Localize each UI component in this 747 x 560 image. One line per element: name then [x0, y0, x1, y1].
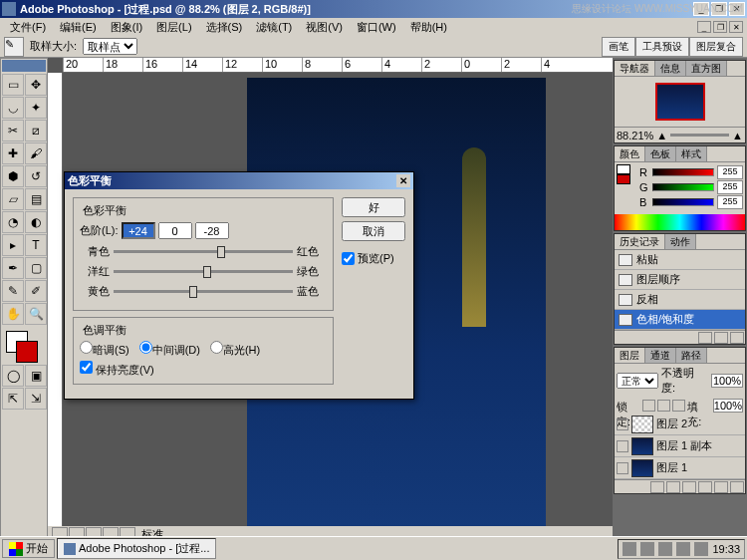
trash-icon[interactable] — [730, 332, 744, 344]
level-cyan-red-input[interactable] — [122, 222, 155, 239]
tab-color[interactable]: 颜色 — [615, 146, 645, 161]
visibility-icon[interactable] — [617, 419, 628, 430]
blur-tool[interactable]: ◔ — [2, 211, 24, 233]
layer-row[interactable]: 图层 1 副本 — [615, 435, 745, 457]
color-swatches[interactable] — [2, 329, 46, 365]
dialog-titlebar[interactable]: 色彩平衡 ✕ — [65, 172, 413, 189]
doc-close-button[interactable]: ✕ — [729, 21, 743, 33]
radio-midtones[interactable]: 中间调(D) — [139, 341, 200, 358]
palette-toolpresets-button[interactable]: 工具预设 — [635, 37, 689, 57]
background-color-swatch[interactable] — [16, 341, 38, 363]
quickmask-button[interactable]: ◯ — [2, 365, 24, 387]
vertical-ruler[interactable] — [48, 73, 63, 527]
navigator-thumbnail[interactable] — [655, 83, 705, 121]
tab-history[interactable]: 历史记录 — [615, 234, 665, 249]
taskbar-app-button[interactable]: Adobe Photoshop - [过程... — [57, 538, 216, 559]
gradient-tool[interactable]: ▤ — [25, 188, 47, 210]
palette-layercomps-button[interactable]: 图层复合 — [689, 37, 743, 57]
dialog-close-button[interactable]: ✕ — [396, 174, 410, 187]
sample-size-select[interactable]: 取样点 — [83, 38, 137, 55]
palette-brushes-button[interactable]: 画笔 — [602, 37, 635, 57]
tab-actions[interactable]: 动作 — [665, 234, 696, 249]
tab-histogram[interactable]: 直方图 — [686, 61, 727, 76]
blend-mode-select[interactable]: 正常 — [617, 373, 658, 389]
menu-file[interactable]: 文件(F) — [4, 19, 52, 36]
eraser-tool[interactable]: ▱ — [2, 188, 24, 210]
bg-swatch[interactable] — [617, 174, 630, 184]
path-tool[interactable]: ▸ — [2, 234, 24, 256]
stamp-tool[interactable]: ⬢ — [2, 165, 24, 187]
r-value[interactable]: 255 — [717, 165, 743, 179]
eyedropper-tool[interactable]: ✐ — [25, 280, 47, 302]
layer-row[interactable]: 图层 1 — [615, 457, 745, 479]
lock-position-icon[interactable] — [657, 400, 670, 412]
slider-magenta-green[interactable] — [114, 270, 293, 273]
lock-pixels-icon[interactable] — [642, 400, 655, 412]
wand-tool[interactable]: ✦ — [25, 97, 47, 119]
zoom-in-icon[interactable]: ▲ — [732, 130, 743, 141]
layer-name[interactable]: 图层 1 — [656, 460, 687, 475]
tab-styles[interactable]: 样式 — [676, 146, 707, 161]
menu-filter[interactable]: 滤镜(T) — [250, 19, 298, 36]
tab-swatches[interactable]: 色板 — [645, 146, 676, 161]
type-tool[interactable]: T — [25, 234, 47, 256]
notes-tool[interactable]: ✎ — [2, 280, 24, 302]
layer-thumbnail[interactable] — [631, 416, 653, 433]
layer-mask-icon[interactable] — [666, 481, 680, 493]
fill-value[interactable]: 100% — [713, 399, 743, 413]
r-slider[interactable] — [652, 168, 714, 176]
trash-icon[interactable] — [730, 481, 744, 493]
layer-fx-icon[interactable] — [650, 481, 664, 493]
brush-tool[interactable]: 🖌 — [25, 142, 47, 164]
menu-edit[interactable]: 编辑(E) — [54, 19, 103, 36]
lasso-tool[interactable]: ◡ — [2, 97, 24, 119]
history-item[interactable]: 反相 — [615, 290, 745, 310]
crop-tool[interactable]: ✂ — [2, 120, 24, 141]
radio-highlights[interactable]: 高光(H) — [210, 341, 260, 358]
g-value[interactable]: 255 — [717, 180, 743, 194]
g-slider[interactable] — [652, 183, 714, 191]
menu-window[interactable]: 窗口(W) — [351, 19, 402, 36]
tab-navigator[interactable]: 导航器 — [615, 61, 655, 76]
zoom-out-icon[interactable]: ▲ — [656, 130, 667, 141]
jump-button[interactable]: ⇱ — [2, 388, 24, 410]
tray-icon[interactable] — [640, 542, 654, 556]
pen-tool[interactable]: ✒ — [2, 257, 24, 279]
screenmode-button[interactable]: ▣ — [25, 365, 47, 387]
fg-swatch[interactable] — [617, 164, 630, 174]
tray-icon[interactable] — [658, 542, 672, 556]
history-item[interactable]: 图层顺序 — [615, 270, 745, 290]
tab-channels[interactable]: 通道 — [645, 348, 676, 363]
jump2-button[interactable]: ⇲ — [25, 388, 47, 410]
layer-name[interactable]: 图层 2 — [656, 417, 687, 431]
menu-select[interactable]: 选择(S) — [200, 19, 249, 36]
dodge-tool[interactable]: ◐ — [25, 211, 47, 233]
tray-clock[interactable]: 19:33 — [712, 543, 740, 555]
level-yellow-blue-input[interactable] — [195, 222, 229, 239]
heal-tool[interactable]: ✚ — [2, 142, 24, 164]
new-layer-icon[interactable] — [714, 481, 728, 493]
new-snapshot-icon[interactable] — [698, 332, 712, 344]
horizontal-ruler[interactable]: 2018161412108642024 — [63, 58, 613, 73]
visibility-icon[interactable] — [617, 440, 628, 452]
tray-icon[interactable] — [694, 542, 708, 556]
color-spectrum[interactable] — [615, 214, 745, 230]
tab-layers[interactable]: 图层 — [615, 348, 645, 363]
radio-shadows[interactable]: 暗调(S) — [80, 341, 129, 358]
system-tray[interactable]: 19:33 — [618, 539, 745, 559]
lock-all-icon[interactable] — [672, 400, 685, 412]
history-item[interactable]: 粘贴 — [615, 250, 745, 270]
opacity-value[interactable]: 100% — [711, 374, 743, 388]
zoom-tool[interactable]: 🔍 — [25, 303, 47, 325]
ok-button[interactable]: 好 — [342, 197, 405, 217]
adjustment-layer-icon[interactable] — [698, 481, 712, 493]
level-magenta-green-input[interactable] — [158, 222, 192, 239]
navigator-zoom-value[interactable]: 88.21% — [617, 130, 653, 141]
marquee-tool[interactable]: ▭ — [2, 74, 24, 96]
layer-thumbnail[interactable] — [631, 437, 653, 455]
cancel-button[interactable]: 取消 — [342, 221, 405, 241]
new-document-icon[interactable] — [714, 332, 728, 344]
hand-tool[interactable]: ✋ — [2, 303, 24, 325]
move-tool[interactable]: ✥ — [25, 74, 47, 96]
b-slider[interactable] — [652, 198, 714, 206]
